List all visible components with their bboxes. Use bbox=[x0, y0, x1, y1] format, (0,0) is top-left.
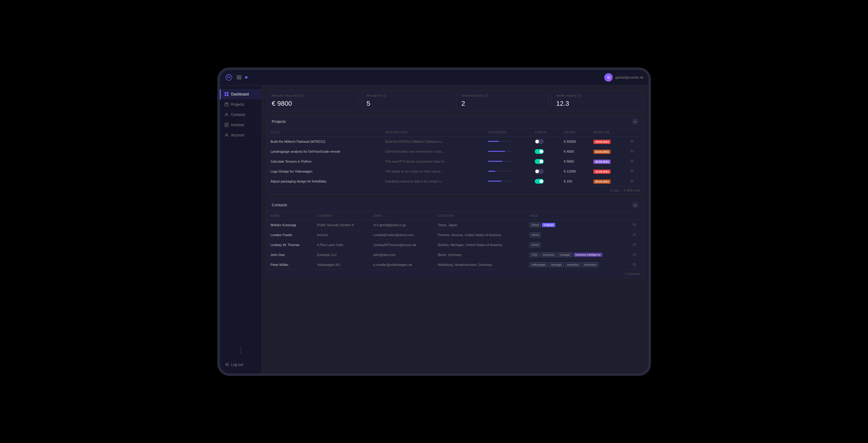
contacts-count: 6 Contacts bbox=[625, 272, 640, 275]
project-status[interactable] bbox=[531, 137, 560, 146]
contact-location: Wolfsburg, Niedersachsen, Germany bbox=[434, 260, 526, 269]
view-project-button[interactable] bbox=[630, 159, 634, 164]
project-status[interactable] bbox=[531, 166, 560, 176]
view-contact-button[interactable] bbox=[632, 253, 637, 257]
svg-rect-6 bbox=[227, 94, 229, 96]
top-bar: G gabriel@nventic.de bbox=[220, 70, 649, 86]
sidebar: Dashboard Projects › bbox=[220, 86, 262, 374]
contact-col-name: Name bbox=[267, 212, 313, 220]
projects-total: € 9800 total bbox=[624, 189, 640, 192]
stat-projects-value: 5 bbox=[367, 100, 449, 108]
sidebar-item-account[interactable]: Account › bbox=[220, 130, 261, 140]
contact-view[interactable] bbox=[629, 250, 643, 260]
contact-email: LindsayWThomas@cuvox.de bbox=[370, 240, 434, 250]
svg-point-0 bbox=[226, 75, 232, 81]
add-project-button[interactable]: + bbox=[632, 118, 639, 125]
list-item: Lindsay W. Thomas A Plus Lawn Care Linds… bbox=[267, 240, 643, 250]
project-view[interactable] bbox=[626, 156, 643, 166]
project-deadline: 25.02.2021 bbox=[590, 156, 626, 166]
svg-point-13 bbox=[631, 160, 632, 162]
stat-work-hours-value: 12.3 bbox=[556, 100, 639, 108]
account-arrow: › bbox=[256, 134, 257, 137]
project-status[interactable] bbox=[531, 156, 560, 166]
project-view[interactable] bbox=[626, 146, 643, 156]
project-salary: € 5650 bbox=[560, 156, 590, 166]
table-row: Build the Militech Flathead (MT0D12) Bui… bbox=[267, 137, 643, 146]
dashboard-icon bbox=[225, 92, 229, 96]
list-item: John Doe Example LLC john@doe.com Berlin… bbox=[267, 250, 643, 260]
project-progress bbox=[485, 156, 531, 166]
project-deadline: 23.02.2021 bbox=[590, 146, 626, 156]
project-title: Logo Design for Volkswagen bbox=[267, 166, 382, 176]
project-description: The new RTX tensor processors have to... bbox=[381, 156, 485, 166]
svg-point-12 bbox=[631, 151, 632, 152]
contact-view[interactable] bbox=[629, 240, 643, 250]
contact-tag: volkswagen bbox=[529, 262, 548, 267]
view-contact-button[interactable] bbox=[632, 223, 637, 227]
view-project-button[interactable] bbox=[630, 140, 634, 144]
projects-rows-count: 5 rows bbox=[610, 189, 619, 192]
sidebar-item-logout[interactable]: Log out bbox=[220, 360, 261, 370]
col-salary: Salary bbox=[560, 128, 590, 137]
sidebar-item-dashboard[interactable]: Dashboard bbox=[220, 89, 261, 99]
projects-arrow: › bbox=[256, 103, 257, 106]
project-view[interactable] bbox=[626, 176, 643, 186]
svg-point-20 bbox=[634, 264, 635, 265]
project-salary: € 12000 bbox=[560, 166, 590, 176]
view-contact-button[interactable] bbox=[632, 263, 637, 267]
sidebar-item-contacts[interactable]: Contacts › bbox=[220, 110, 261, 120]
contact-email: john@doe.com bbox=[370, 250, 434, 260]
info-icon-interactions: i bbox=[485, 94, 488, 97]
project-salary: € 4000 bbox=[560, 146, 590, 156]
stat-interactions: INTERACTIONS i 2 bbox=[457, 90, 549, 112]
svg-rect-4 bbox=[227, 92, 229, 94]
sidebar-item-invoices[interactable]: Invoices › bbox=[220, 120, 261, 130]
contact-tag: manager bbox=[558, 253, 572, 257]
svg-point-19 bbox=[634, 254, 635, 255]
contact-view[interactable] bbox=[629, 220, 643, 230]
project-description: Build the MT0D12 Militech Flathead to... bbox=[381, 137, 485, 146]
invoices-icon bbox=[225, 123, 229, 127]
project-deadline: 18.02.2021 bbox=[590, 137, 626, 146]
contact-view[interactable] bbox=[629, 260, 643, 269]
contact-tags: Ghost bbox=[526, 230, 628, 240]
contact-tag: executive bbox=[565, 262, 581, 267]
view-project-button[interactable] bbox=[630, 169, 634, 174]
user-email: gabriel@nventic.de bbox=[615, 76, 643, 79]
contact-company: Example LLC bbox=[313, 250, 370, 260]
project-view[interactable] bbox=[626, 166, 643, 176]
project-deadline: 12.03.2021 bbox=[590, 166, 626, 176]
info-icon-balance: i bbox=[301, 94, 304, 97]
view-contact-button[interactable] bbox=[632, 233, 637, 237]
project-progress bbox=[485, 176, 531, 186]
main-layout: Dashboard Projects › bbox=[220, 86, 649, 374]
tablet-screen: G gabriel@nventic.de bbox=[220, 70, 649, 374]
svg-point-16 bbox=[634, 224, 635, 225]
sidebar-item-projects[interactable]: Projects › bbox=[220, 99, 261, 110]
contact-tag: business intelligence bbox=[574, 253, 602, 257]
col-progress: Progress bbox=[485, 128, 531, 137]
col-deadline: Deadline bbox=[590, 128, 626, 137]
svg-rect-7 bbox=[225, 103, 228, 106]
contact-tag: CEO bbox=[529, 253, 539, 257]
project-view[interactable] bbox=[626, 137, 643, 146]
contacts-table-footer: 6 Contacts bbox=[267, 269, 643, 278]
hamburger-icon[interactable] bbox=[237, 76, 242, 79]
view-project-button[interactable] bbox=[630, 149, 634, 154]
contact-email: LoraleejFowler@einrot.com bbox=[370, 230, 434, 240]
project-description: VW asked to do a logo for their new e... bbox=[381, 166, 485, 176]
project-deadline: 05.04.2021 bbox=[590, 176, 626, 186]
add-contact-button[interactable]: + bbox=[632, 202, 639, 208]
project-status[interactable] bbox=[531, 146, 560, 156]
col-desc: Description bbox=[381, 128, 485, 137]
contact-tag: Ghost bbox=[529, 242, 541, 247]
view-contact-button[interactable] bbox=[632, 243, 637, 247]
view-project-button[interactable] bbox=[630, 179, 634, 183]
sidebar-dashboard-label: Dashboard bbox=[231, 92, 249, 96]
contact-view[interactable] bbox=[629, 230, 643, 240]
contact-tags: Ghost Fullpath bbox=[526, 220, 628, 230]
project-status[interactable] bbox=[531, 176, 560, 186]
svg-point-15 bbox=[631, 180, 632, 182]
contact-col-location: Location bbox=[434, 212, 526, 220]
col-actions bbox=[626, 128, 643, 137]
